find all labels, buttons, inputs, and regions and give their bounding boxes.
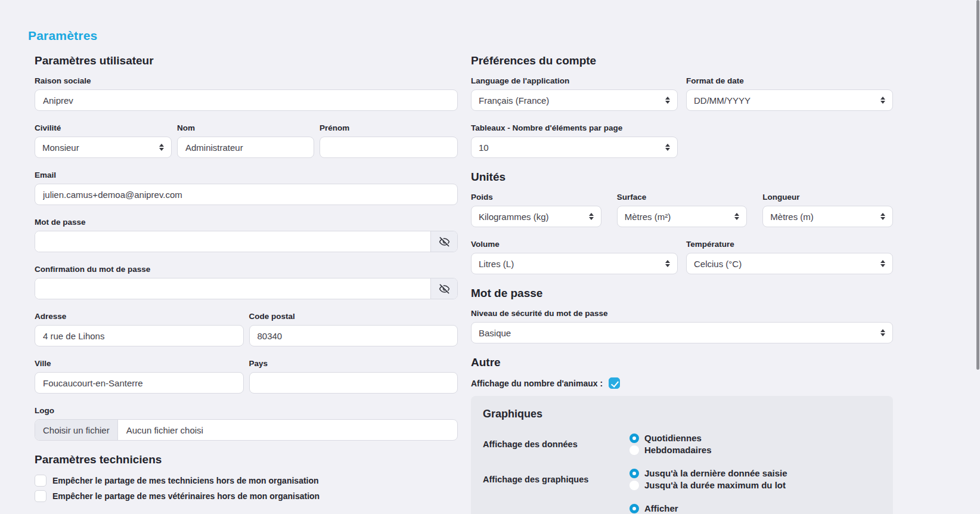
select-caret-icon xyxy=(159,144,164,151)
radio-icon[interactable] xyxy=(629,445,639,455)
nom-label: Nom xyxy=(177,123,314,133)
technician-settings-heading: Paramètres techniciens xyxy=(35,453,458,467)
temperature-label: Température xyxy=(686,239,893,249)
charts-panel: Graphiques Affichage des données Quotidi… xyxy=(471,396,893,514)
select-caret-icon xyxy=(880,260,885,267)
per-page-label: Tableaux - Nombre d'éléments par page xyxy=(471,123,893,133)
security-level-select[interactable]: Basique xyxy=(471,322,893,343)
pays-label: Pays xyxy=(249,358,458,369)
password-input[interactable] xyxy=(35,231,430,252)
file-chosen-status: Aucun fichier choisi xyxy=(118,420,212,440)
longueur-select[interactable]: Mètres (m) xyxy=(762,206,893,227)
password-confirm-label: Confirmation du mot de passe xyxy=(35,264,458,274)
prenom-input[interactable] xyxy=(320,137,458,158)
password-section-heading: Mot de passe xyxy=(471,286,893,301)
eye-off-icon xyxy=(439,283,450,295)
poids-select[interactable]: Kilogrammes (kg) xyxy=(471,206,601,227)
prenom-label: Prénom xyxy=(320,123,458,133)
ville-label: Ville xyxy=(35,358,244,369)
scrollbar-thumb[interactable] xyxy=(976,0,979,370)
date-format-select[interactable]: DD/MM/YYYY xyxy=(686,89,893,111)
data-display-options: Quotidiennes Hebdomadaires xyxy=(629,431,881,457)
nom-input[interactable] xyxy=(177,137,314,158)
civilite-label: Civilité xyxy=(35,123,172,133)
account-preferences-heading: Préférences du compte xyxy=(471,54,893,68)
user-settings-heading: Paramètres utilisateur xyxy=(35,54,458,68)
code-postal-label: Code postal xyxy=(249,311,458,321)
password-label: Mot de passe xyxy=(35,217,458,227)
charts-heading: Graphiques xyxy=(483,408,881,420)
animal-count-row: Affichage du nombre d'animaux : xyxy=(471,377,893,389)
civilite-select[interactable]: Monsieur xyxy=(35,137,172,158)
select-caret-icon xyxy=(880,97,885,104)
radio-option-hebdomadaires[interactable]: Hebdomadaires xyxy=(629,445,881,455)
animal-count-label: Affichage du nombre d'animaux : xyxy=(471,379,603,388)
units-heading: Unités xyxy=(471,170,893,184)
share-technicians-label: Empêcher le partage de mes techniciens h… xyxy=(52,476,319,485)
volume-label: Volume xyxy=(471,239,678,249)
language-label: Language de l'application xyxy=(471,76,678,86)
vertical-scrollbar[interactable] xyxy=(976,0,980,514)
share-technicians-row: Empêcher le partage de mes techniciens h… xyxy=(35,475,458,487)
per-page-select[interactable]: 10 xyxy=(471,137,678,158)
radio-option-afficher[interactable]: Afficher xyxy=(629,503,881,513)
surface-select[interactable]: Mètres (m²) xyxy=(617,206,748,227)
radio-option-max-duration[interactable]: Jusqu'à la durée maximum du lot xyxy=(629,480,881,490)
select-caret-icon xyxy=(734,213,739,220)
page-title: Paramètres xyxy=(28,29,97,43)
toggle-password-visibility-button[interactable] xyxy=(430,231,457,252)
user-settings-column: Paramètres utilisateur Raison sociale Ci… xyxy=(35,54,458,506)
security-level-label: Niveau de sécurité du mot de passe xyxy=(471,308,893,318)
temperature-select[interactable]: Celcius (°C) xyxy=(686,253,893,274)
share-veterinarians-row: Empêcher le partage de mes vétérinaires … xyxy=(35,490,458,502)
email-input[interactable] xyxy=(35,184,458,205)
chart-display-options: Jusqu'à la dernière donnée saisie Jusqu'… xyxy=(629,466,881,492)
password-confirm-input[interactable] xyxy=(35,278,430,299)
poids-label: Poids xyxy=(471,192,601,202)
date-format-label: Format de date xyxy=(686,76,893,86)
radio-option-last-data[interactable]: Jusqu'à la dernière donnée saisie xyxy=(629,468,881,478)
share-technicians-checkbox[interactable] xyxy=(35,475,46,487)
data-display-label: Affichage des données xyxy=(483,439,629,449)
choose-file-button[interactable]: Choisir un fichier xyxy=(35,420,118,440)
animal-count-checkbox[interactable] xyxy=(609,377,620,389)
third-row-options: Afficher xyxy=(629,501,881,514)
logo-label: Logo xyxy=(35,405,458,416)
account-preferences-column: Préférences du compte Language de l'appl… xyxy=(471,54,893,514)
select-caret-icon xyxy=(665,144,670,151)
pays-input[interactable] xyxy=(249,372,458,394)
select-caret-icon xyxy=(665,97,670,104)
select-caret-icon xyxy=(589,213,594,220)
volume-select[interactable]: Litres (L) xyxy=(471,253,678,274)
select-caret-icon xyxy=(880,213,885,220)
toggle-confirm-visibility-button[interactable] xyxy=(430,278,457,299)
ville-input[interactable] xyxy=(35,372,244,394)
select-caret-icon xyxy=(665,260,670,267)
code-postal-input[interactable] xyxy=(249,325,458,346)
adresse-label: Adresse xyxy=(35,311,244,321)
raison-sociale-input[interactable] xyxy=(35,89,458,111)
chart-display-label: Affichage des graphiques xyxy=(483,475,629,484)
raison-sociale-label: Raison sociale xyxy=(35,76,458,86)
radio-icon[interactable] xyxy=(629,469,639,478)
share-veterinarians-checkbox[interactable] xyxy=(35,490,46,502)
other-heading: Autre xyxy=(471,355,893,370)
radio-icon[interactable] xyxy=(629,481,639,490)
language-select[interactable]: Français (France) xyxy=(471,89,678,111)
email-label: Email xyxy=(35,170,458,180)
surface-label: Surface xyxy=(617,192,748,202)
share-veterinarians-label: Empêcher le partage de mes vétérinaires … xyxy=(52,491,320,501)
radio-icon[interactable] xyxy=(629,504,639,513)
adresse-input[interactable] xyxy=(35,325,244,346)
radio-icon[interactable] xyxy=(629,434,639,443)
eye-off-icon xyxy=(439,236,450,247)
longueur-label: Longueur xyxy=(762,192,893,202)
logo-file-input[interactable]: Choisir un fichier Aucun fichier choisi xyxy=(35,419,458,441)
select-caret-icon xyxy=(880,329,885,336)
radio-option-quotidiennes[interactable]: Quotidiennes xyxy=(629,433,881,443)
